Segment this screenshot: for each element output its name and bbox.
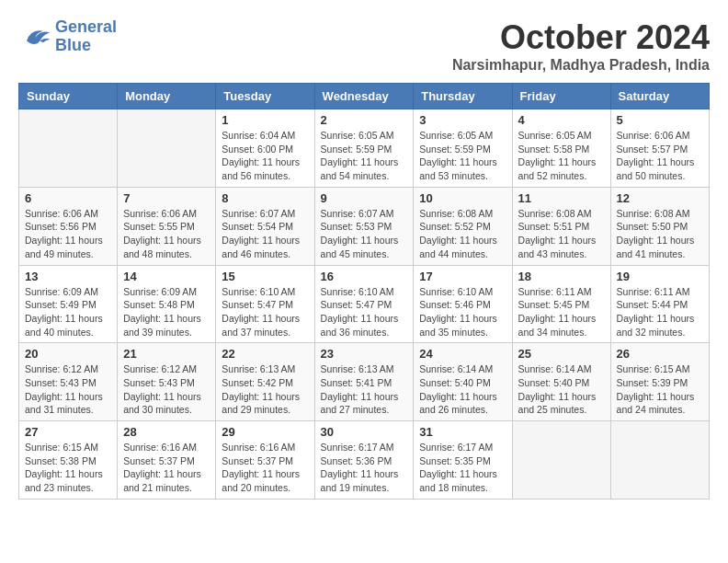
day-number: 21	[123, 347, 210, 361]
calendar-day-cell: 16Sunrise: 6:10 AMSunset: 5:47 PMDayligh…	[314, 265, 414, 343]
day-number: 7	[123, 191, 210, 205]
day-number: 13	[25, 270, 111, 283]
calendar-day-cell: 24Sunrise: 6:14 AMSunset: 5:40 PMDayligh…	[414, 343, 512, 421]
calendar-day-cell: 19Sunrise: 6:11 AMSunset: 5:44 PMDayligh…	[610, 265, 709, 343]
day-number: 27	[25, 425, 111, 439]
day-number: 30	[321, 425, 408, 439]
calendar-day-cell: 26Sunrise: 6:15 AMSunset: 5:39 PMDayligh…	[610, 343, 709, 421]
day-header-tuesday: Tuesday	[216, 84, 314, 109]
calendar-day-cell: 23Sunrise: 6:13 AMSunset: 5:41 PMDayligh…	[314, 343, 414, 421]
calendar-day-cell: 7Sunrise: 6:06 AMSunset: 5:55 PMDaylight…	[118, 187, 216, 265]
day-info: Sunrise: 6:09 AMSunset: 5:48 PMDaylight:…	[123, 285, 210, 339]
calendar-day-cell	[19, 109, 118, 188]
day-info: Sunrise: 6:12 AMSunset: 5:43 PMDaylight:…	[25, 362, 111, 417]
day-info: Sunrise: 6:17 AMSunset: 5:35 PMDaylight:…	[419, 441, 506, 495]
day-number: 24	[419, 347, 506, 361]
calendar-day-cell: 5Sunrise: 6:06 AMSunset: 5:57 PMDaylight…	[610, 109, 709, 188]
day-info: Sunrise: 6:07 AMSunset: 5:53 PMDaylight:…	[321, 207, 408, 261]
day-info: Sunrise: 6:05 AMSunset: 5:58 PMDaylight:…	[518, 129, 605, 183]
calendar-day-cell: 28Sunrise: 6:16 AMSunset: 5:37 PMDayligh…	[118, 421, 216, 500]
logo: General Blue	[18, 18, 117, 55]
calendar-day-cell: 8Sunrise: 6:07 AMSunset: 5:54 PMDaylight…	[216, 187, 314, 265]
calendar-day-cell: 6Sunrise: 6:06 AMSunset: 5:56 PMDaylight…	[19, 187, 118, 265]
calendar-day-cell: 30Sunrise: 6:17 AMSunset: 5:36 PMDayligh…	[314, 421, 414, 500]
day-header-monday: Monday	[118, 84, 216, 109]
day-info: Sunrise: 6:15 AMSunset: 5:39 PMDaylight:…	[617, 362, 703, 417]
calendar-day-cell: 3Sunrise: 6:05 AMSunset: 5:59 PMDaylight…	[414, 109, 512, 188]
day-info: Sunrise: 6:11 AMSunset: 5:44 PMDaylight:…	[617, 285, 703, 339]
day-info: Sunrise: 6:06 AMSunset: 5:56 PMDaylight:…	[25, 207, 111, 261]
day-number: 23	[321, 347, 408, 361]
day-info: Sunrise: 6:06 AMSunset: 5:55 PMDaylight:…	[123, 207, 210, 261]
day-number: 15	[222, 270, 308, 283]
calendar-day-cell: 14Sunrise: 6:09 AMSunset: 5:48 PMDayligh…	[118, 265, 216, 343]
day-number: 9	[321, 191, 408, 205]
day-info: Sunrise: 6:10 AMSunset: 5:47 PMDaylight:…	[321, 285, 408, 339]
calendar-day-cell: 29Sunrise: 6:16 AMSunset: 5:37 PMDayligh…	[216, 421, 314, 500]
day-info: Sunrise: 6:16 AMSunset: 5:37 PMDaylight:…	[222, 441, 308, 495]
day-header-sunday: Sunday	[19, 84, 118, 109]
day-number: 2	[321, 113, 408, 127]
day-info: Sunrise: 6:12 AMSunset: 5:43 PMDaylight:…	[123, 362, 210, 417]
logo-text: General Blue	[55, 18, 117, 55]
day-number: 14	[123, 270, 210, 283]
calendar-day-cell: 21Sunrise: 6:12 AMSunset: 5:43 PMDayligh…	[118, 343, 216, 421]
calendar-day-cell: 27Sunrise: 6:15 AMSunset: 5:38 PMDayligh…	[19, 421, 118, 500]
day-info: Sunrise: 6:11 AMSunset: 5:45 PMDaylight:…	[518, 285, 605, 339]
day-info: Sunrise: 6:09 AMSunset: 5:49 PMDaylight:…	[25, 285, 111, 339]
day-info: Sunrise: 6:13 AMSunset: 5:42 PMDaylight:…	[222, 362, 308, 417]
day-info: Sunrise: 6:17 AMSunset: 5:36 PMDaylight:…	[321, 441, 408, 495]
day-info: Sunrise: 6:05 AMSunset: 5:59 PMDaylight:…	[419, 129, 506, 183]
day-info: Sunrise: 6:05 AMSunset: 5:59 PMDaylight:…	[321, 129, 408, 183]
calendar-week-row: 27Sunrise: 6:15 AMSunset: 5:38 PMDayligh…	[19, 421, 710, 500]
day-number: 4	[518, 113, 605, 127]
day-number: 25	[518, 347, 605, 361]
day-info: Sunrise: 6:08 AMSunset: 5:51 PMDaylight:…	[518, 207, 605, 261]
calendar-day-cell: 15Sunrise: 6:10 AMSunset: 5:47 PMDayligh…	[216, 265, 314, 343]
calendar-day-cell: 22Sunrise: 6:13 AMSunset: 5:42 PMDayligh…	[216, 343, 314, 421]
day-info: Sunrise: 6:16 AMSunset: 5:37 PMDaylight:…	[123, 441, 210, 495]
calendar-day-cell: 20Sunrise: 6:12 AMSunset: 5:43 PMDayligh…	[19, 343, 118, 421]
day-info: Sunrise: 6:07 AMSunset: 5:54 PMDaylight:…	[222, 207, 308, 261]
calendar-day-cell: 10Sunrise: 6:08 AMSunset: 5:52 PMDayligh…	[414, 187, 512, 265]
day-number: 29	[222, 425, 308, 439]
calendar-day-cell: 17Sunrise: 6:10 AMSunset: 5:46 PMDayligh…	[414, 265, 512, 343]
day-info: Sunrise: 6:15 AMSunset: 5:38 PMDaylight:…	[25, 441, 111, 495]
calendar-day-cell: 9Sunrise: 6:07 AMSunset: 5:53 PMDaylight…	[314, 187, 414, 265]
day-number: 8	[222, 191, 308, 205]
day-number: 5	[617, 113, 703, 127]
calendar-week-row: 13Sunrise: 6:09 AMSunset: 5:49 PMDayligh…	[19, 265, 710, 343]
day-number: 20	[25, 347, 111, 361]
day-info: Sunrise: 6:13 AMSunset: 5:41 PMDaylight:…	[321, 362, 408, 417]
calendar-day-cell: 13Sunrise: 6:09 AMSunset: 5:49 PMDayligh…	[19, 265, 118, 343]
location-subtitle: Narsimhapur, Madhya Pradesh, India	[452, 57, 710, 74]
calendar-week-row: 20Sunrise: 6:12 AMSunset: 5:43 PMDayligh…	[19, 343, 710, 421]
day-info: Sunrise: 6:10 AMSunset: 5:47 PMDaylight:…	[222, 285, 308, 339]
day-info: Sunrise: 6:14 AMSunset: 5:40 PMDaylight:…	[518, 362, 605, 417]
day-number: 19	[617, 270, 703, 283]
calendar-day-cell: 11Sunrise: 6:08 AMSunset: 5:51 PMDayligh…	[512, 187, 610, 265]
calendar-day-cell: 1Sunrise: 6:04 AMSunset: 6:00 PMDaylight…	[216, 109, 314, 188]
calendar-header-row: SundayMondayTuesdayWednesdayThursdayFrid…	[19, 84, 710, 109]
day-info: Sunrise: 6:10 AMSunset: 5:46 PMDaylight:…	[419, 285, 506, 339]
calendar-week-row: 6Sunrise: 6:06 AMSunset: 5:56 PMDaylight…	[19, 187, 710, 265]
month-title: October 2024	[452, 18, 710, 57]
day-number: 16	[321, 270, 408, 283]
day-number: 28	[123, 425, 210, 439]
calendar-day-cell: 2Sunrise: 6:05 AMSunset: 5:59 PMDaylight…	[314, 109, 414, 188]
day-number: 22	[222, 347, 308, 361]
day-number: 26	[617, 347, 703, 361]
day-header-friday: Friday	[512, 84, 610, 109]
day-header-wednesday: Wednesday	[314, 84, 414, 109]
day-number: 17	[419, 270, 506, 283]
day-number: 3	[419, 113, 506, 127]
day-header-saturday: Saturday	[610, 84, 709, 109]
logo-icon	[18, 24, 51, 50]
calendar-day-cell	[610, 421, 709, 500]
title-block: October 2024 Narsimhapur, Madhya Pradesh…	[452, 18, 710, 74]
day-info: Sunrise: 6:08 AMSunset: 5:52 PMDaylight:…	[419, 207, 506, 261]
page-header: General Blue October 2024 Narsimhapur, M…	[18, 18, 710, 74]
day-number: 12	[617, 191, 703, 205]
day-info: Sunrise: 6:14 AMSunset: 5:40 PMDaylight:…	[419, 362, 506, 417]
day-number: 1	[222, 113, 308, 127]
